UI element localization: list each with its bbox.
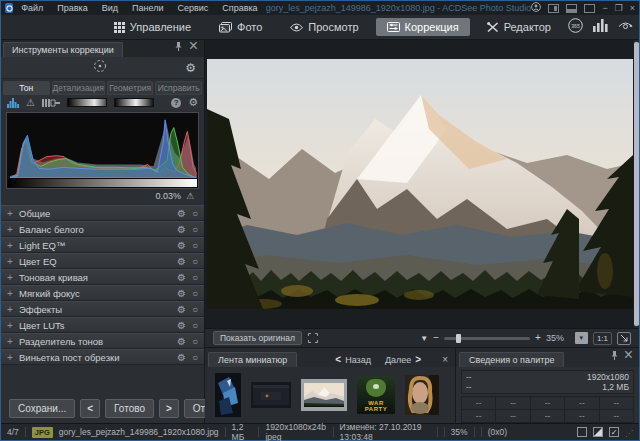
toggle-icon[interactable]: ○ bbox=[192, 352, 198, 363]
panel-tab-develop-tools[interactable]: Инструменты коррекции bbox=[3, 42, 123, 57]
zoom-slider[interactable] bbox=[444, 337, 530, 340]
thumbnail-1[interactable] bbox=[215, 373, 241, 417]
toggle-icon[interactable]: ○ bbox=[192, 320, 198, 331]
exposure-warning-icon[interactable]: ⚠ bbox=[26, 97, 35, 108]
zoom-out-button[interactable]: − bbox=[433, 333, 439, 343]
section-soft-focus[interactable]: +Мягкий фокус⚙○ bbox=[1, 285, 204, 301]
histogram-settings-gear-icon[interactable]: ⚙ bbox=[188, 96, 198, 109]
section-light-eq[interactable]: +Light EQ™⚙○ bbox=[1, 237, 204, 253]
menu-view[interactable]: Вид bbox=[102, 3, 118, 13]
maximize-button[interactable]: ❐ bbox=[615, 4, 623, 13]
gear-icon[interactable]: ⚙ bbox=[177, 320, 186, 331]
pin-icon[interactable] bbox=[175, 37, 182, 55]
pane-layout-3-button[interactable] bbox=[584, 4, 595, 13]
help-icon[interactable]: ? bbox=[171, 98, 181, 108]
gear-icon[interactable]: ⚙ bbox=[177, 224, 186, 235]
snapshot-target-icon[interactable] bbox=[93, 59, 107, 77]
mode-photos-button[interactable]: Фото bbox=[208, 18, 273, 36]
section-post-crop-vignette[interactable]: +Виньетка пост обрезки⚙○ bbox=[1, 349, 204, 365]
done-button[interactable]: Готово bbox=[105, 399, 154, 418]
mode-develop-button[interactable]: Коррекция bbox=[376, 18, 470, 36]
toggle-icon[interactable]: ○ bbox=[192, 240, 198, 251]
forward-chevron-icon[interactable]: > bbox=[415, 354, 421, 365]
gear-icon[interactable]: ⚙ bbox=[177, 288, 186, 299]
toggle-icon[interactable]: ○ bbox=[192, 272, 198, 283]
dashboard-icon[interactable] bbox=[593, 18, 608, 36]
checkbox-icon[interactable]: ✓ bbox=[609, 427, 619, 437]
back-button[interactable]: Назад bbox=[345, 355, 371, 365]
thumbnail-5[interactable] bbox=[405, 375, 439, 415]
pane-layout-1-button[interactable] bbox=[548, 4, 559, 13]
zoom-dropdown-button[interactable]: ▾ bbox=[575, 332, 588, 344]
menu-panels[interactable]: Панели bbox=[132, 3, 163, 13]
resize-grip[interactable] bbox=[625, 428, 633, 436]
toggle-icon[interactable]: ○ bbox=[192, 224, 198, 235]
palette-close-icon[interactable]: × bbox=[624, 346, 633, 364]
gear-icon[interactable]: ⚙ bbox=[177, 304, 186, 315]
toggle-icon[interactable]: ○ bbox=[192, 288, 198, 299]
pane-layout-2-button[interactable] bbox=[566, 4, 577, 13]
square-toggle-icon[interactable] bbox=[577, 427, 587, 437]
thumbnail-4[interactable]: WAR PARTY bbox=[357, 376, 395, 414]
thumbnail-3-selected[interactable] bbox=[301, 379, 347, 411]
filmstrip-tab[interactable]: Лента миниатюр bbox=[208, 352, 297, 367]
mode-editor-button[interactable]: Редактор bbox=[476, 18, 562, 36]
back-chevron-icon[interactable]: < bbox=[335, 354, 341, 365]
toggle-icon[interactable]: ○ bbox=[192, 256, 198, 267]
thumbnail-2[interactable] bbox=[251, 382, 291, 408]
section-split-tone[interactable]: +Разделитель тонов⚙○ bbox=[1, 333, 204, 349]
filmstrip-close-icon[interactable]: × bbox=[442, 354, 455, 367]
white-point-gradient[interactable] bbox=[67, 98, 107, 107]
save-button[interactable]: Сохрани... bbox=[9, 399, 75, 418]
palette-tab[interactable]: Сведения о палитре bbox=[459, 352, 564, 367]
gear-icon[interactable]: ⚙ bbox=[177, 352, 186, 363]
account-icon[interactable] bbox=[531, 2, 541, 14]
vertical-scrollbar[interactable] bbox=[634, 40, 639, 328]
previous-image-button[interactable]: < bbox=[80, 399, 100, 418]
gear-icon[interactable]: ⚙ bbox=[177, 256, 186, 267]
section-effects[interactable]: +Эффекты⚙○ bbox=[1, 301, 204, 317]
toggle-icon[interactable]: ○ bbox=[192, 304, 198, 315]
section-color-eq[interactable]: +Цвет EQ⚙○ bbox=[1, 253, 204, 269]
light-brush-icon[interactable] bbox=[42, 94, 60, 112]
menu-file[interactable]: Файл bbox=[21, 3, 43, 13]
forward-button[interactable]: Далее bbox=[385, 355, 411, 365]
pan-navigator-button[interactable] bbox=[617, 332, 631, 345]
auto-advance-icon[interactable] bbox=[618, 18, 633, 36]
gear-icon[interactable]: ⚙ bbox=[177, 208, 186, 219]
diagonal-toggle-icon[interactable] bbox=[593, 427, 603, 437]
zoom-in-button[interactable]: + bbox=[535, 333, 541, 343]
palette-cell: -- bbox=[462, 410, 495, 422]
zoom-menu-icon[interactable]: ▼ bbox=[420, 334, 428, 343]
toggle-icon[interactable]: ○ bbox=[192, 208, 198, 219]
fullscreen-icon[interactable] bbox=[308, 329, 318, 347]
actual-size-button[interactable]: 1:1 bbox=[593, 332, 612, 345]
next-image-button[interactable]: > bbox=[159, 399, 179, 418]
acdsee-365-icon[interactable]: 365 bbox=[568, 18, 583, 37]
menu-help[interactable]: Справка bbox=[222, 3, 257, 13]
gear-icon[interactable]: ⚙ bbox=[177, 272, 186, 283]
tab-repair[interactable]: Исправить bbox=[155, 81, 202, 95]
minimize-button[interactable]: − bbox=[602, 4, 607, 13]
gear-icon[interactable]: ⚙ bbox=[177, 240, 186, 251]
menu-edit[interactable]: Правка bbox=[57, 3, 87, 13]
panel-settings-gear-icon[interactable]: ⚙ bbox=[185, 61, 196, 75]
section-color-luts[interactable]: +Цвет LUTs⚙○ bbox=[1, 317, 204, 333]
close-button[interactable]: × bbox=[630, 4, 635, 13]
section-tone-curve[interactable]: +Тоновая кривая⚙○ bbox=[1, 269, 204, 285]
mode-view-button[interactable]: Просмотр bbox=[279, 18, 369, 36]
menu-service[interactable]: Сервис bbox=[177, 3, 208, 13]
histogram-icon[interactable] bbox=[7, 94, 19, 112]
show-original-button[interactable]: Показать оригинал bbox=[213, 331, 302, 345]
zoom-slider-thumb[interactable] bbox=[456, 334, 461, 343]
section-general[interactable]: +Общие⚙○ bbox=[1, 205, 204, 221]
mode-manage-button[interactable]: Управление bbox=[103, 18, 202, 36]
scrollbar-thumb[interactable] bbox=[634, 42, 639, 326]
gear-icon[interactable]: ⚙ bbox=[177, 336, 186, 347]
tab-geometry[interactable]: Геометрия bbox=[107, 81, 154, 95]
toggle-icon[interactable]: ○ bbox=[192, 336, 198, 347]
section-white-balance[interactable]: +Баланс белого⚙○ bbox=[1, 221, 204, 237]
panel-close-icon[interactable]: × bbox=[189, 37, 198, 55]
pin-icon[interactable] bbox=[611, 346, 618, 364]
black-point-gradient[interactable] bbox=[114, 98, 154, 107]
